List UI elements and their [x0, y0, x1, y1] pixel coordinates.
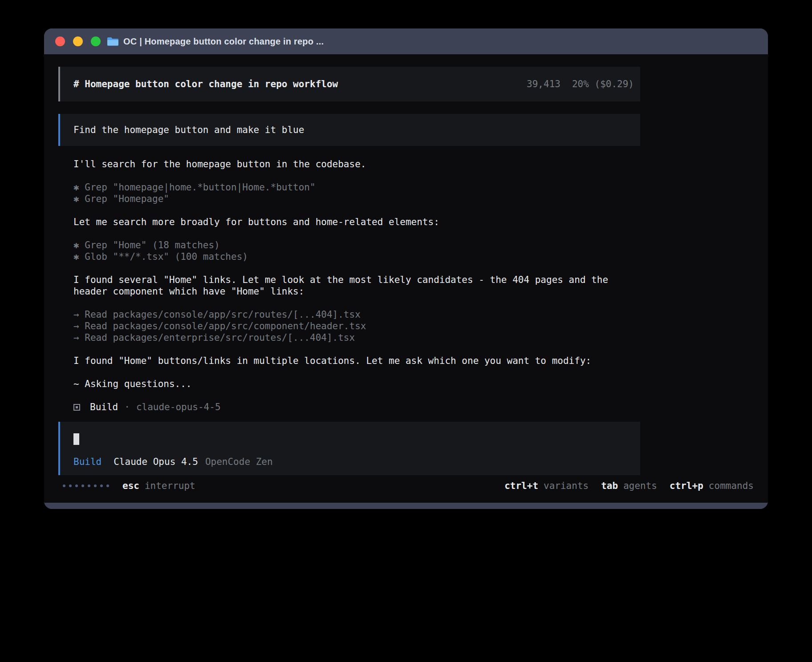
minimize-button[interactable] [73, 36, 83, 46]
tool-call-read: → Read packages/console/app/src/componen… [73, 320, 640, 332]
tool-call-glob: ✱ Glob "**/*.tsx" (100 matches) [73, 251, 640, 262]
window-title: OC | Homepage button color change in rep… [123, 36, 324, 47]
tool-call-read: → Read packages/console/app/src/routes/[… [73, 309, 640, 320]
terminal-window: OC | Homepage button color change in rep… [44, 28, 768, 509]
tool-call-group: → Read packages/console/app/src/routes/[… [73, 309, 640, 343]
assistant-paragraph: Let me search more broadly for buttons a… [73, 216, 640, 228]
agent-name: Build [90, 401, 118, 413]
status-left: esc interrupt [58, 480, 195, 492]
status-right: ctrl+t variants tab agents ctrl+p comman… [504, 480, 754, 492]
context-cost: 20% ($0.29) [572, 78, 634, 90]
model-name[interactable]: Claude Opus 4.5 [114, 456, 198, 468]
zoom-button[interactable] [91, 36, 101, 46]
assistant-text: I found "Home" buttons/links in multiple… [73, 355, 640, 367]
agent-status-line: Build · claude-opus-4-5 [73, 401, 640, 413]
assistant-text: Let me search more broadly for buttons a… [73, 216, 640, 228]
shortcut-agents: tab agents [601, 480, 657, 492]
assistant-paragraph: I'll search for the homepage button in t… [73, 158, 640, 170]
shortcut-key: ctrl+t [504, 480, 538, 492]
separator-dot: · [124, 401, 130, 413]
working-status: ~ Asking questions... [73, 378, 640, 390]
session-header: # Homepage button color change in repo w… [58, 67, 640, 101]
spinner-dots [63, 484, 109, 487]
window-bottom-edge [44, 503, 768, 509]
shortcut-label: variants [544, 480, 589, 492]
folder-icon [107, 37, 119, 46]
interrupt-label: interrupt [145, 480, 195, 492]
status-bar: esc interrupt ctrl+t variants tab agents… [58, 480, 754, 492]
prompt-input[interactable]: Build Claude Opus 4.5 OpenCode Zen [58, 422, 640, 475]
shortcut-key: tab [601, 480, 618, 492]
text-cursor [73, 433, 79, 445]
tool-call-grep: ✱ Grep "Home" (18 matches) [73, 239, 640, 251]
agent-model: claude-opus-4-5 [136, 401, 221, 413]
working-status-text: ~ Asking questions... [73, 378, 640, 390]
agent-mode[interactable]: Build [73, 456, 102, 468]
close-button[interactable] [55, 36, 65, 46]
assistant-text: I'll search for the homepage button in t… [73, 158, 640, 170]
tool-call-read: → Read packages/enterprise/src/routes/[.… [73, 332, 640, 343]
assistant-paragraph: I found several "Home" links. Let me loo… [73, 274, 640, 297]
session-title: # Homepage button color change in repo w… [73, 78, 338, 90]
shortcut-label: commands [709, 480, 754, 492]
titlebar[interactable]: OC | Homepage button color change in rep… [44, 28, 768, 54]
transcript: I'll search for the homepage button in t… [73, 158, 640, 413]
tool-call-grep: ✱ Grep "Homepage" [73, 193, 640, 205]
token-count: 39,413 [527, 78, 560, 90]
traffic-lights [55, 36, 101, 46]
user-message-block: Find the homepage button and make it blu… [58, 114, 640, 146]
assistant-text: I found several "Home" links. Let me loo… [73, 274, 640, 297]
tool-call-group: ✱ Grep "Home" (18 matches) ✱ Glob "**/*.… [73, 239, 640, 262]
agent-icon [73, 404, 80, 411]
provider-name: OpenCode Zen [205, 456, 273, 468]
session-stats: 39,413 20% ($0.29) [527, 78, 634, 90]
tool-call-grep: ✱ Grep "homepage|home.*button|Home.*butt… [73, 182, 640, 193]
esc-key-hint: esc [122, 480, 139, 492]
shortcut-commands: ctrl+p commands [670, 480, 754, 492]
shortcut-variants: ctrl+t variants [504, 480, 589, 492]
terminal-content: # Homepage button color change in repo w… [44, 54, 768, 503]
user-message-text: Find the homepage button and make it blu… [73, 124, 304, 136]
mode-line: Build Claude Opus 4.5 OpenCode Zen [73, 456, 627, 468]
shortcut-key: ctrl+p [670, 480, 703, 492]
shortcut-label: agents [623, 480, 657, 492]
assistant-paragraph: I found "Home" buttons/links in multiple… [73, 355, 640, 367]
tool-call-group: ✱ Grep "homepage|home.*button|Home.*butt… [73, 182, 640, 205]
